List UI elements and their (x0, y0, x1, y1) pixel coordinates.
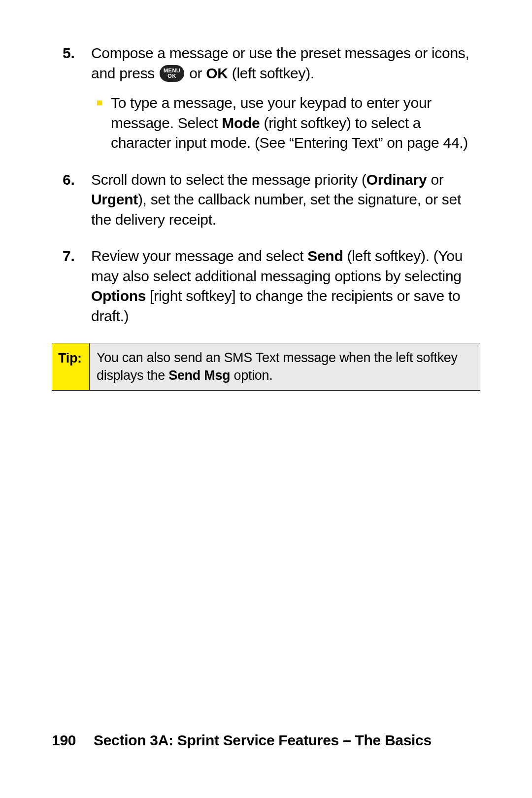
text-fragment: option. (230, 368, 272, 383)
text-fragment: [right softkey] to change the recipients… (91, 288, 460, 324)
sub-bullets: To type a message, use your keypad to en… (91, 93, 480, 153)
mode-label: Mode (222, 115, 260, 131)
step-7: 7. Review your message and select Send (… (52, 246, 480, 326)
icon-label-ok: OK (167, 73, 176, 79)
ordinary-label: Ordinary (366, 171, 427, 188)
text-fragment: Scroll down to select the message priori… (91, 171, 366, 188)
step-text: Review your message and select Send (lef… (91, 248, 463, 324)
options-label: Options (91, 288, 146, 304)
step-number: 7. (63, 246, 74, 266)
step-number: 6. (63, 170, 74, 190)
manual-page: 5. Compose a message or use the preset m… (0, 0, 532, 798)
text-fragment: ), set the callback number, set the sign… (91, 191, 461, 228)
urgent-label: Urgent (91, 191, 138, 207)
sub-bullet: To type a message, use your keypad to en… (91, 93, 480, 153)
section-title: Section 3A: Sprint Service Features – Th… (94, 732, 432, 748)
text-fragment: or (185, 65, 206, 81)
body-text: 5. Compose a message or use the preset m… (52, 43, 480, 391)
tip-callout: Tip: You can also send an SMS Text messa… (52, 343, 480, 391)
page-footer: 190Section 3A: Sprint Service Features –… (52, 732, 480, 749)
menu-ok-icon: MENUOK (160, 65, 184, 82)
tip-label: Tip: (52, 343, 90, 390)
text-fragment: (left softkey). (228, 65, 314, 81)
numbered-steps: 5. Compose a message or use the preset m… (52, 43, 480, 326)
tip-body: You can also send an SMS Text message wh… (90, 343, 480, 390)
text-fragment: or (427, 171, 443, 188)
step-6: 6. Scroll down to select the message pri… (52, 170, 480, 230)
text-fragment: Review your message and select (91, 248, 307, 264)
ok-label: OK (206, 65, 228, 81)
text-fragment: You can also send an SMS Text message wh… (97, 350, 458, 383)
step-5: 5. Compose a message or use the preset m… (52, 43, 480, 153)
sendmsg-label: Send Msg (168, 368, 230, 383)
step-text: Scroll down to select the message priori… (91, 171, 461, 228)
send-label: Send (307, 248, 343, 264)
page-number: 190 (52, 732, 94, 749)
step-number: 5. (63, 43, 74, 64)
step-text: Compose a message or use the preset mess… (91, 45, 469, 81)
